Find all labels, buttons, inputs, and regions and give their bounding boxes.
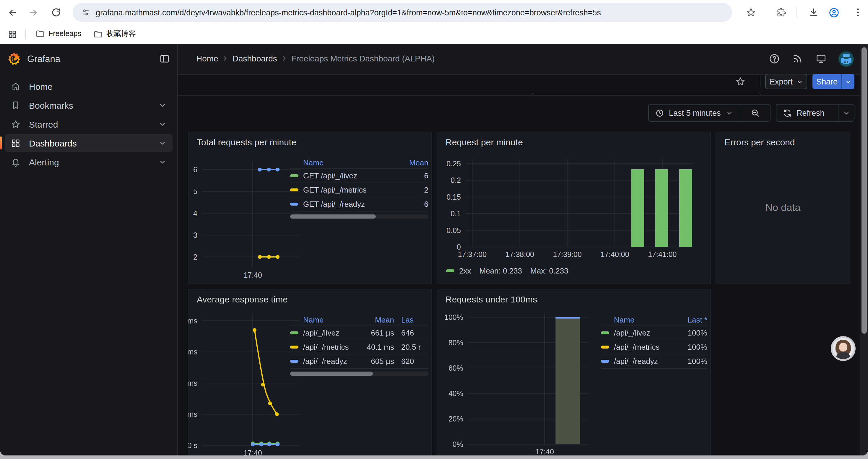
sidebar-item-bookmarks[interactable]: Bookmarks — [5, 96, 173, 114]
panel-request-per-minute: Request per minute 0.250.20.150.10.05017… — [437, 132, 711, 284]
chevron-down-icon — [843, 109, 849, 116]
url-text[interactable]: grafana.mathmast.com/d/deytv4rwavabkb/fr… — [96, 8, 601, 17]
forward-icon[interactable] — [28, 8, 38, 18]
refresh-button[interactable]: Refresh — [776, 104, 855, 122]
series-swatch — [290, 331, 299, 334]
extensions-icon[interactable] — [776, 7, 786, 18]
svg-text:60 ms: 60 ms — [188, 348, 197, 356]
breadcrumb-home[interactable]: Home — [196, 54, 218, 63]
chevron-right-icon — [281, 55, 288, 62]
svg-text:17:41:00: 17:41:00 — [648, 250, 677, 258]
sidebar-item-alerting[interactable]: Alerting — [5, 153, 173, 171]
brand-name[interactable]: Grafana — [27, 54, 60, 64]
sidebar-item-home[interactable]: Home — [5, 77, 173, 95]
bookmarks-bar: Freeleaps 收藏博客 — [0, 25, 868, 44]
svg-text:17:40: 17:40 — [243, 449, 262, 455]
legend-inline[interactable]: 2xx Mean: 0.233 Max: 0.233 — [446, 266, 568, 275]
chevron-down-icon[interactable] — [158, 139, 167, 147]
toolbar-divider — [760, 76, 761, 88]
svg-text:0.2: 0.2 — [451, 176, 461, 184]
legend-row[interactable]: GET /api/_/readyz6 — [290, 197, 428, 211]
legend-table: NameMeanLas/api/_/livez661 µs646/api/_/m… — [290, 314, 428, 376]
panel-title[interactable]: Errors per second — [724, 137, 795, 147]
legend-row[interactable]: GET /api/_/metrics2 — [290, 183, 428, 197]
svg-text:0.25: 0.25 — [446, 160, 461, 168]
breadcrumb-dashboards[interactable]: Dashboards — [232, 54, 277, 63]
legend-value: 2 — [395, 186, 428, 194]
svg-text:3: 3 — [193, 231, 197, 239]
svg-text:20 ms: 20 ms — [188, 410, 197, 418]
sidebar-item-starred[interactable]: Starred — [5, 115, 173, 133]
series-swatch — [290, 174, 299, 177]
grafana-logo[interactable] — [6, 52, 22, 69]
sidebar-item-dashboards[interactable]: Dashboards — [5, 134, 173, 152]
chevron-down-icon[interactable] — [158, 120, 167, 128]
floating-assistant-avatar[interactable] — [831, 336, 856, 361]
legend-row[interactable]: /api/_/livez661 µs646 — [290, 326, 428, 340]
legend-scrollbar[interactable] — [290, 215, 428, 219]
share-button[interactable]: Share — [812, 74, 841, 89]
series-swatch — [601, 346, 609, 349]
reload-icon[interactable] — [51, 7, 61, 18]
legend-header: NameMeanLas — [290, 314, 428, 326]
apps-grid-icon[interactable] — [8, 30, 17, 39]
url-bar[interactable]: grafana.mathmast.com/d/deytv4rwavabkb/fr… — [73, 3, 732, 22]
svg-text:17:37:00: 17:37:00 — [458, 250, 487, 258]
page-scrollbar[interactable] — [860, 44, 868, 455]
time-range-picker[interactable]: Last 5 minutes — [648, 104, 771, 122]
refresh-icon — [783, 108, 792, 117]
legend-scrollbar[interactable] — [290, 371, 428, 376]
series-name: /api/_/readyz — [303, 357, 347, 366]
back-icon[interactable] — [8, 8, 18, 18]
export-button[interactable]: Export — [765, 74, 807, 89]
share-button-group: Share — [812, 74, 855, 89]
browser-toolbar: grafana.mathmast.com/d/deytv4rwavabkb/fr… — [0, 0, 868, 25]
svg-text:40 ms: 40 ms — [188, 379, 197, 387]
sidebar-item-label: Dashboards — [29, 138, 158, 148]
share-menu-button[interactable] — [841, 74, 855, 89]
profile-icon[interactable] — [829, 7, 840, 21]
legend-value: 620 — [401, 357, 428, 366]
panel-total-requests: Total requests per minute 6543217:40 Nam… — [188, 132, 432, 284]
legend-mean: Mean: 0.233 — [479, 266, 522, 275]
help-icon[interactable] — [769, 53, 780, 67]
chevron-right-icon — [222, 55, 229, 62]
legend-row[interactable]: /api/_/metrics40.1 ms20.5 r — [290, 340, 428, 355]
svg-text:0.15: 0.15 — [446, 193, 461, 201]
legend-value: 646 — [401, 328, 428, 337]
scrollbar-thumb[interactable] — [861, 47, 867, 334]
sidebar-toggle-icon[interactable] — [159, 53, 170, 67]
user-avatar[interactable] — [838, 52, 854, 67]
legend-value: 20.5 r — [401, 342, 428, 352]
favorite-star-icon[interactable] — [735, 76, 746, 89]
legend-table: NameLast */api/_/livez100%/api/_/metrics… — [601, 314, 707, 369]
bookmark-star-icon[interactable] — [746, 7, 756, 18]
legend-row[interactable]: /api/_/readyz100% — [601, 355, 707, 369]
download-icon[interactable] — [808, 7, 819, 18]
zoom-out-icon[interactable] — [740, 108, 770, 118]
bar-chart[interactable]: 0.250.20.150.10.05017:37:0017:38:0017:39… — [437, 132, 710, 284]
svg-text:80%: 80% — [448, 338, 463, 347]
legend-value: 40.1 ms — [358, 342, 394, 352]
legend-row[interactable]: /api/_/metrics100% — [601, 340, 707, 355]
svg-text:4: 4 — [193, 209, 197, 218]
browser-menu-icon[interactable] — [852, 7, 863, 18]
legend-row[interactable]: /api/_/livez100% — [601, 326, 707, 340]
chevron-down-icon[interactable] — [158, 158, 167, 166]
bookmark-folder-blogs[interactable]: 收藏博客 — [93, 29, 136, 39]
refresh-interval-dropdown[interactable] — [838, 109, 854, 116]
chevron-down-icon[interactable] — [158, 101, 167, 109]
site-settings-icon[interactable] — [81, 8, 90, 17]
sidebar-item-label: Alerting — [29, 157, 158, 167]
legend-row[interactable]: GET /api/_/livez6 — [290, 169, 428, 183]
legend-row[interactable]: /api/_/readyz605 µs620 — [290, 355, 428, 369]
legend-value: 100% — [674, 328, 707, 337]
svg-text:17:39:00: 17:39:00 — [553, 250, 582, 258]
panel-errors-per-second: Errors per second No data — [716, 132, 850, 284]
bookmark-folder-freeleaps[interactable]: Freeleaps — [35, 29, 81, 38]
rss-icon[interactable] — [792, 53, 803, 67]
folder-icon — [93, 29, 103, 39]
breadcrumb-current: Freeleaps Metrics Dashboard (ALPHA) — [291, 54, 435, 63]
monitor-icon[interactable] — [815, 53, 827, 67]
svg-text:2: 2 — [193, 253, 197, 261]
